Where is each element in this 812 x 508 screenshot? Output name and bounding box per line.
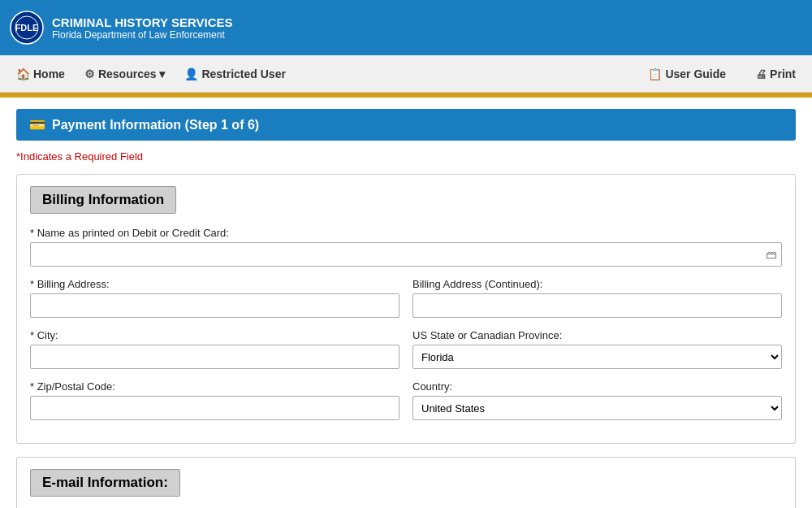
nav-print-label: Print bbox=[770, 67, 796, 80]
resources-icon: ⚙ bbox=[84, 67, 95, 80]
guide-icon: 📋 bbox=[648, 67, 662, 80]
country-col: Country: United StatesCanadaOther bbox=[412, 380, 782, 420]
billing-section-title: Billing Information bbox=[30, 186, 176, 214]
billing-address-label: * Billing Address: bbox=[30, 278, 400, 290]
zip-input[interactable] bbox=[30, 396, 400, 420]
nav-user-guide-label: User Guide bbox=[665, 67, 726, 80]
state-select[interactable]: FloridaAlabamaAlaskaArizonaArkansasCalif… bbox=[412, 345, 782, 369]
header-title: CRIMINAL HISTORY SERVICES bbox=[52, 15, 233, 29]
country-label: Country: bbox=[412, 380, 782, 393]
address-row: * Billing Address: Billing Address (Cont… bbox=[30, 278, 782, 318]
user-icon: 👤 bbox=[184, 67, 198, 80]
billing-section: Billing Information * Name as printed on… bbox=[16, 174, 796, 444]
billing-address-cont-label: Billing Address (Continued): bbox=[412, 278, 782, 290]
country-select[interactable]: United StatesCanadaOther bbox=[412, 396, 782, 420]
zip-col: * Zip/Postal Code: bbox=[30, 380, 400, 420]
city-state-row: * City: US State or Canadian Province: F… bbox=[30, 329, 782, 369]
header-text: CRIMINAL HISTORY SERVICES Florida Depart… bbox=[52, 15, 233, 41]
nav-home[interactable]: 🏠 Home bbox=[8, 63, 73, 85]
name-label: * Name as printed on Debit or Credit Car… bbox=[30, 227, 782, 239]
state-col: US State or Canadian Province: FloridaAl… bbox=[412, 329, 782, 369]
zip-label: * Zip/Postal Code: bbox=[30, 380, 400, 393]
nav-right: 📋 User Guide 🖨 Print bbox=[640, 63, 804, 85]
billing-address-col: * Billing Address: bbox=[30, 278, 400, 318]
city-col: * City: bbox=[30, 329, 400, 369]
nav-print[interactable]: 🖨 Print bbox=[747, 63, 804, 85]
fdle-logo: FDLE bbox=[10, 11, 44, 45]
city-label: * City: bbox=[30, 329, 400, 341]
nav-user-guide[interactable]: 📋 User Guide bbox=[640, 63, 734, 85]
header-subtitle: Florida Department of Law Enforcement bbox=[52, 29, 233, 41]
name-field-wrapper: 🗃 bbox=[30, 242, 782, 267]
required-note: *Indicates a Required Field bbox=[16, 150, 796, 163]
print-icon: 🖨 bbox=[755, 67, 767, 80]
email-section-title: E-mail Information: bbox=[30, 469, 180, 497]
main-content: 💳 Payment Information (Step 1 of 6) *Ind… bbox=[0, 98, 812, 508]
step-header-label: Payment Information (Step 1 of 6) bbox=[52, 118, 259, 132]
email-section: E-mail Information: Please Enter only on… bbox=[16, 457, 796, 508]
site-header: FDLE CRIMINAL HISTORY SERVICES Florida D… bbox=[0, 0, 812, 55]
nav-restricted-user-label: Restricted User bbox=[201, 67, 286, 80]
payment-icon: 💳 bbox=[29, 117, 45, 132]
nav-restricted-user[interactable]: 👤 Restricted User bbox=[176, 63, 294, 85]
nav-resources-label: Resources ▾ bbox=[98, 67, 165, 80]
billing-address-cont-input[interactable] bbox=[412, 293, 782, 318]
step-header: 💳 Payment Information (Step 1 of 6) bbox=[16, 109, 796, 141]
nav-resources[interactable]: ⚙ Resources ▾ bbox=[76, 63, 173, 85]
nav-home-label: Home bbox=[33, 67, 65, 80]
navbar: 🏠 Home ⚙ Resources ▾ 👤 Restricted User 📋… bbox=[0, 55, 812, 93]
nav-left: 🏠 Home ⚙ Resources ▾ 👤 Restricted User bbox=[8, 63, 640, 85]
home-icon: 🏠 bbox=[16, 67, 30, 80]
billing-address-cont-col: Billing Address (Continued): bbox=[412, 278, 782, 318]
billing-address-input[interactable] bbox=[30, 293, 400, 318]
city-input[interactable] bbox=[30, 345, 400, 369]
zip-country-row: * Zip/Postal Code: Country: United State… bbox=[30, 380, 782, 420]
name-input[interactable] bbox=[30, 242, 782, 267]
state-label: US State or Canadian Province: bbox=[412, 329, 782, 341]
name-field-row: * Name as printed on Debit or Credit Car… bbox=[30, 227, 782, 267]
svg-text:FDLE: FDLE bbox=[15, 23, 39, 33]
